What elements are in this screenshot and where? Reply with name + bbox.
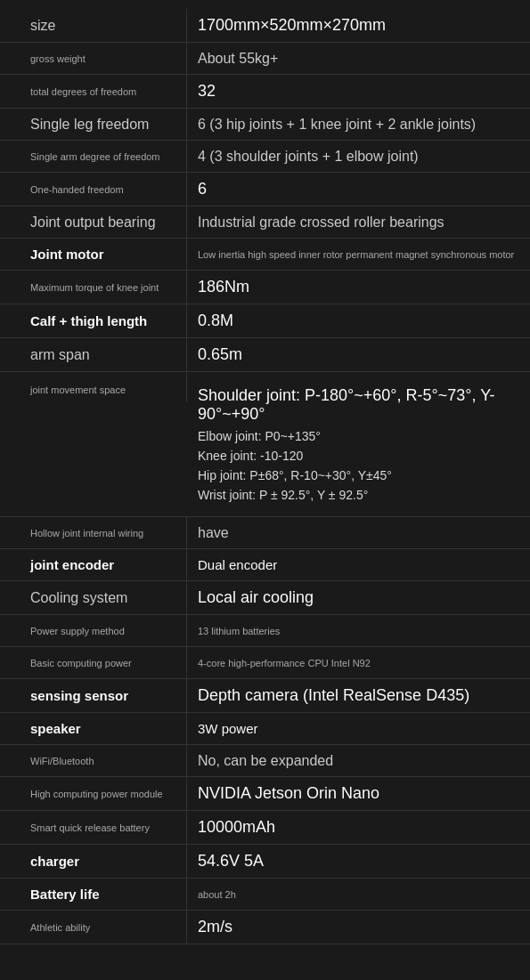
value-line-0: Shoulder joint: P-180°~+60°, R-5°~73°, Y… [198, 386, 519, 424]
table-row: Maximum torque of knee joint186Nm [0, 271, 530, 304]
value-col-arm-span: 0.65m [187, 338, 530, 371]
value-col-single-leg: 6 (3 hip joints + 1 knee joint + 2 ankle… [187, 109, 530, 140]
label-smart-battery: Smart quick release battery [30, 822, 150, 833]
value-col-sensing-sensor: Depth camera (Intel RealSense D435) [187, 679, 530, 712]
label-col-sensing-sensor: sensing sensor [0, 679, 187, 712]
label-col-calf-thigh: Calf + thigh length [0, 304, 187, 337]
value-cooling-system: Local air cooling [198, 588, 314, 607]
value-high-computing: NVIDIA Jetson Orin Nano [198, 784, 379, 803]
label-size: size [30, 18, 55, 34]
value-col-total-degrees: 32 [187, 75, 530, 108]
label-joint-encoder: joint encoder [30, 557, 114, 572]
label-speaker: speaker [30, 721, 81, 736]
label-one-handed: One-handed freedom [30, 184, 124, 195]
value-calf-thigh: 0.8M [198, 312, 233, 330]
value-col-gross-weight: About 55kg+ [187, 43, 530, 74]
table-row: Calf + thigh length0.8M [0, 304, 530, 338]
label-wifi-bluetooth: WiFi/Bluetooth [30, 756, 94, 766]
value-arm-span: 0.65m [198, 345, 242, 364]
label-col-hollow-joint: Hollow joint internal wiring [0, 517, 187, 548]
table-row: Smart quick release battery10000mAh [0, 811, 530, 845]
value-col-calf-thigh: 0.8M [187, 304, 530, 337]
table-row: joint encoderDual encoder [0, 549, 530, 581]
label-col-gross-weight: gross weight [0, 43, 187, 74]
value-total-degrees: 32 [198, 82, 216, 101]
label-calf-thigh: Calf + thigh length [30, 313, 147, 328]
table-row: Single leg freedom6 (3 hip joints + 1 kn… [0, 109, 530, 141]
value-col-size: 1700mm×520mm×270mm [187, 9, 530, 42]
table-row: Battery lifeabout 2h [0, 879, 530, 911]
value-battery-life: about 2h [198, 889, 236, 900]
label-col-charger: charger [0, 845, 187, 878]
table-row: size1700mm×520mm×270mm [0, 9, 530, 43]
label-basic-computing: Basic computing power [30, 658, 132, 668]
value-line-3: Hip joint: P±68°, R-10~+30°, Y±45° [198, 468, 519, 482]
value-one-handed: 6 [198, 180, 207, 198]
table-row: High computing power moduleNVIDIA Jetson… [0, 777, 530, 811]
label-col-speaker: speaker [0, 713, 187, 744]
value-col-cooling-system: Local air cooling [187, 581, 530, 614]
table-row: arm span0.65m [0, 338, 530, 372]
table-row: charger54.6V 5A [0, 845, 530, 879]
table-row: One-handed freedom6 [0, 173, 530, 207]
label-single-leg: Single leg freedom [30, 117, 149, 133]
value-max-torque: 186Nm [198, 278, 249, 296]
label-joint-output: Joint output bearing [30, 215, 156, 231]
table-row: joint movement spaceShoulder joint: P-18… [0, 372, 530, 517]
label-col-joint-output: Joint output bearing [0, 207, 187, 238]
table-row: gross weightAbout 55kg+ [0, 43, 530, 75]
label-col-single-leg: Single leg freedom [0, 109, 187, 140]
label-col-high-computing: High computing power module [0, 777, 187, 810]
table-row: Power supply method13 lithium batteries [0, 615, 530, 647]
value-line-1: Elbow joint: P0~+135° [198, 429, 519, 443]
value-single-leg: 6 (3 hip joints + 1 knee joint + 2 ankle… [198, 117, 476, 133]
label-col-wifi-bluetooth: WiFi/Bluetooth [0, 745, 187, 776]
value-gross-weight: About 55kg+ [198, 51, 278, 67]
specs-table: size1700mm×520mm×270mmgross weightAbout … [0, 0, 530, 953]
table-row: sensing sensorDepth camera (Intel RealSe… [0, 679, 530, 713]
label-joint-movement: joint movement space [30, 385, 126, 395]
label-col-basic-computing: Basic computing power [0, 647, 187, 678]
label-battery-life: Battery life [30, 887, 100, 902]
label-hollow-joint: Hollow joint internal wiring [30, 528, 143, 539]
value-col-smart-battery: 10000mAh [187, 811, 530, 844]
value-col-speaker: 3W power [187, 713, 530, 744]
label-col-joint-encoder: joint encoder [0, 549, 187, 580]
value-athletic-ability: 2m/s [198, 918, 232, 936]
table-row: Athletic ability2m/s [0, 911, 530, 944]
label-athletic-ability: Athletic ability [30, 922, 90, 933]
table-row: Joint output bearingIndustrial grade cro… [0, 207, 530, 239]
value-col-joint-motor: Low inertia high speed inner rotor perma… [187, 239, 530, 270]
label-arm-span: arm span [30, 347, 90, 363]
value-col-one-handed: 6 [187, 173, 530, 206]
value-col-athletic-ability: 2m/s [187, 911, 530, 944]
value-col-charger: 54.6V 5A [187, 845, 530, 878]
value-col-hollow-joint: have [187, 517, 530, 548]
label-charger: charger [30, 854, 79, 869]
table-row: Cooling systemLocal air cooling [0, 581, 530, 615]
table-row: Single arm degree of freedom4 (3 shoulde… [0, 141, 530, 173]
value-line-4: Wrist joint: P ± 92.5°, Y ± 92.5° [198, 488, 519, 502]
value-size: 1700mm×520mm×270mm [198, 16, 386, 35]
label-col-single-arm-degree: Single arm degree of freedom [0, 141, 187, 172]
value-power-supply: 13 lithium batteries [198, 626, 280, 636]
value-col-high-computing: NVIDIA Jetson Orin Nano [187, 777, 530, 810]
label-max-torque: Maximum torque of knee joint [30, 282, 159, 293]
label-col-max-torque: Maximum torque of knee joint [0, 271, 187, 304]
value-smart-battery: 10000mAh [198, 818, 275, 837]
label-col-one-handed: One-handed freedom [0, 173, 187, 206]
label-single-arm-degree: Single arm degree of freedom [30, 151, 160, 162]
label-high-computing: High computing power module [30, 789, 163, 799]
label-cooling-system: Cooling system [30, 590, 127, 606]
value-col-single-arm-degree: 4 (3 shoulder joints + 1 elbow joint) [187, 141, 530, 172]
value-col-battery-life: about 2h [187, 879, 530, 910]
label-power-supply: Power supply method [30, 626, 125, 636]
label-joint-motor: Joint motor [30, 247, 104, 262]
value-joint-encoder: Dual encoder [198, 557, 277, 572]
table-row: speaker3W power [0, 713, 530, 745]
table-row: Basic computing power4-core high-perform… [0, 647, 530, 679]
label-col-battery-life: Battery life [0, 879, 187, 910]
label-total-degrees: total degrees of freedom [30, 86, 136, 97]
value-hollow-joint: have [198, 525, 229, 541]
value-col-joint-encoder: Dual encoder [187, 549, 530, 580]
